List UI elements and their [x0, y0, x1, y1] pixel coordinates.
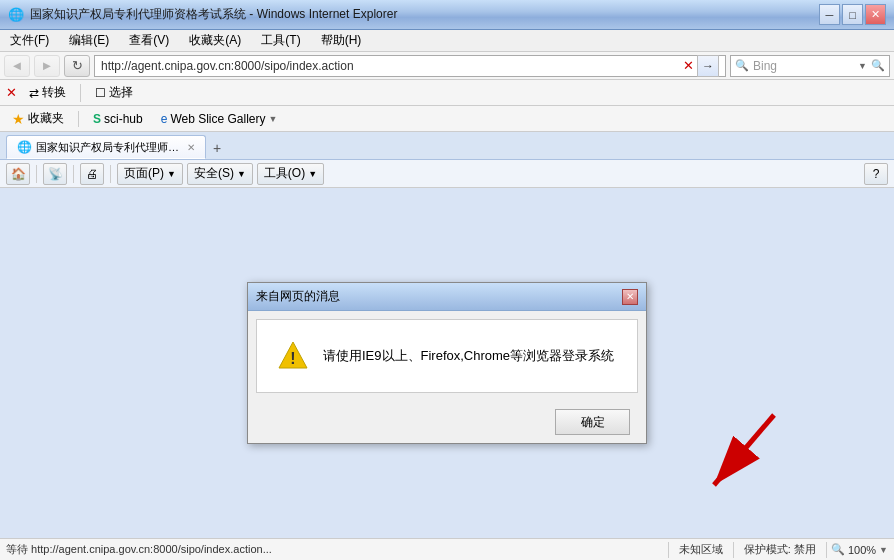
message-dialog: 来自网页的消息 ✕ ! 请使用IE9以上、Firefox,Chrome等浏览器登… — [247, 282, 647, 444]
menu-tools[interactable]: 工具(T) — [257, 30, 304, 51]
close-button[interactable]: ✕ — [865, 4, 886, 25]
status-sep-2 — [733, 542, 734, 558]
nav-tool-sep-3 — [110, 165, 111, 183]
tab-bar: 🌐 国家知识产权局专利代理师资格考试系统 ✕ + — [0, 132, 894, 160]
convert-icon: ⇄ — [29, 86, 39, 100]
dialog-title-bar: 来自网页的消息 ✕ — [248, 283, 646, 311]
status-text: 等待 http://agent.cnipa.gov.cn:8000/sipo/i… — [6, 542, 664, 557]
nav-tool-sep-1 — [36, 165, 37, 183]
dialog-close-button[interactable]: ✕ — [622, 289, 638, 305]
search-box[interactable]: 🔍 Bing ▼ 🔍 — [730, 55, 890, 77]
status-right: 未知区域 保护模式: 禁用 🔍 100% ▼ — [664, 542, 888, 558]
fav-webslice[interactable]: e Web Slice Gallery ▼ — [157, 110, 282, 128]
address-url[interactable]: http://agent.cnipa.gov.cn:8000/sipo/inde… — [101, 59, 679, 73]
menu-favorites[interactable]: 收藏夹(A) — [185, 30, 245, 51]
dialog-body: ! 请使用IE9以上、Firefox,Chrome等浏览器登录系统 — [256, 319, 638, 393]
help-button[interactable]: ? — [864, 163, 888, 185]
menu-bar: 文件(F) 编辑(E) 查看(V) 收藏夹(A) 工具(T) 帮助(H) — [0, 30, 894, 52]
nav-tool-sep-2 — [73, 165, 74, 183]
zoom-level: 100% — [848, 544, 876, 556]
select-icon: ☐ — [95, 86, 106, 100]
tab-label: 国家知识产权局专利代理师资格考试系统 — [36, 140, 179, 155]
page-dropdown-icon: ▼ — [167, 169, 176, 179]
menu-file[interactable]: 文件(F) — [6, 30, 53, 51]
print-button[interactable]: 🖨 — [80, 163, 104, 185]
status-sep-1 — [668, 542, 669, 558]
toolbar-row: ✕ ⇄ 转换 ☐ 选择 — [0, 80, 894, 106]
scihub-icon: S — [93, 112, 101, 126]
search-input[interactable]: Bing — [753, 59, 854, 73]
dialog-footer: 确定 — [248, 401, 646, 443]
title-bar: 🌐 国家知识产权局专利代理师资格考试系统 - Windows Internet … — [0, 0, 894, 30]
status-bar: 等待 http://agent.cnipa.gov.cn:8000/sipo/i… — [0, 538, 894, 560]
star-icon: ★ — [12, 111, 25, 127]
zoom-dropdown-icon[interactable]: ▼ — [879, 545, 888, 555]
favorites-bar: ★ 收藏夹 S sci-hub e Web Slice Gallery ▼ — [0, 106, 894, 132]
tab-favicon-icon: 🌐 — [17, 140, 32, 154]
fav-scihub[interactable]: S sci-hub — [89, 110, 147, 128]
address-input-wrap[interactable]: http://agent.cnipa.gov.cn:8000/sipo/inde… — [94, 55, 726, 77]
safe-button[interactable]: 安全(S) ▼ — [187, 163, 253, 185]
menu-help[interactable]: 帮助(H) — [317, 30, 366, 51]
stop-button[interactable]: ✕ — [679, 55, 697, 77]
favorites-label: 收藏夹 — [28, 110, 64, 127]
go-button[interactable]: → — [697, 55, 719, 77]
favorites-button[interactable]: ★ 收藏夹 — [8, 108, 68, 129]
nav-toolbar: 🏠 📡 🖨 页面(P) ▼ 安全(S) ▼ 工具(O) ▼ ? — [0, 160, 894, 188]
safe-dropdown-icon: ▼ — [237, 169, 246, 179]
convert-button[interactable]: ⇄ 转换 — [23, 82, 72, 104]
search-camera-icon[interactable]: 🔍 — [871, 59, 885, 72]
maximize-button[interactable]: □ — [842, 4, 863, 25]
status-zone: 未知区域 — [673, 542, 729, 557]
tab-close-icon[interactable]: ✕ — [187, 142, 195, 153]
fav-separator-1 — [78, 111, 79, 127]
minimize-button[interactable]: ─ — [819, 4, 840, 25]
title-bar-buttons: ─ □ ✕ — [819, 4, 886, 25]
home-button[interactable]: 🏠 — [6, 163, 30, 185]
rss-button[interactable]: 📡 — [43, 163, 67, 185]
tools-button[interactable]: 工具(O) ▼ — [257, 163, 324, 185]
warning-icon: ! — [277, 340, 309, 372]
new-tab-button[interactable]: + — [206, 137, 228, 159]
refresh-button[interactable]: ↻ — [64, 55, 90, 77]
select-button[interactable]: ☐ 选择 — [89, 82, 139, 104]
main-content: 来自网页的消息 ✕ ! 请使用IE9以上、Firefox,Chrome等浏览器登… — [0, 188, 894, 538]
menu-view[interactable]: 查看(V) — [125, 30, 173, 51]
dialog-title: 来自网页的消息 — [256, 288, 340, 305]
back-button[interactable]: ◄ — [4, 55, 30, 77]
zoom-icon: 🔍 — [831, 543, 845, 556]
dialog-ok-button[interactable]: 确定 — [555, 409, 630, 435]
address-bar: ◄ ► ↻ http://agent.cnipa.gov.cn:8000/sip… — [0, 52, 894, 80]
webslice-dropdown-icon[interactable]: ▼ — [269, 114, 278, 124]
window-title: 国家知识产权局专利代理师资格考试系统 - Windows Internet Ex… — [30, 6, 397, 23]
tools-dropdown-icon: ▼ — [308, 169, 317, 179]
page-button[interactable]: 页面(P) ▼ — [117, 163, 183, 185]
search-dropdown-icon[interactable]: ▼ — [858, 61, 867, 71]
ie-logo-icon: 🌐 — [8, 7, 24, 23]
status-protected-mode: 保护模式: 禁用 — [738, 542, 822, 557]
menu-edit[interactable]: 编辑(E) — [65, 30, 113, 51]
close-x-icon[interactable]: ✕ — [6, 85, 17, 100]
toolbar-separator — [80, 84, 81, 102]
forward-button[interactable]: ► — [34, 55, 60, 77]
search-icon: 🔍 — [735, 59, 749, 72]
dialog-overlay: 来自网页的消息 ✕ ! 请使用IE9以上、Firefox,Chrome等浏览器登… — [0, 188, 894, 538]
status-sep-3 — [826, 542, 827, 558]
dialog-message: 请使用IE9以上、Firefox,Chrome等浏览器登录系统 — [323, 346, 614, 366]
tab-main[interactable]: 🌐 国家知识产权局专利代理师资格考试系统 ✕ — [6, 135, 206, 159]
svg-text:!: ! — [290, 350, 295, 367]
zoom-control[interactable]: 🔍 100% ▼ — [831, 543, 888, 556]
webslice-icon: e — [161, 112, 168, 126]
